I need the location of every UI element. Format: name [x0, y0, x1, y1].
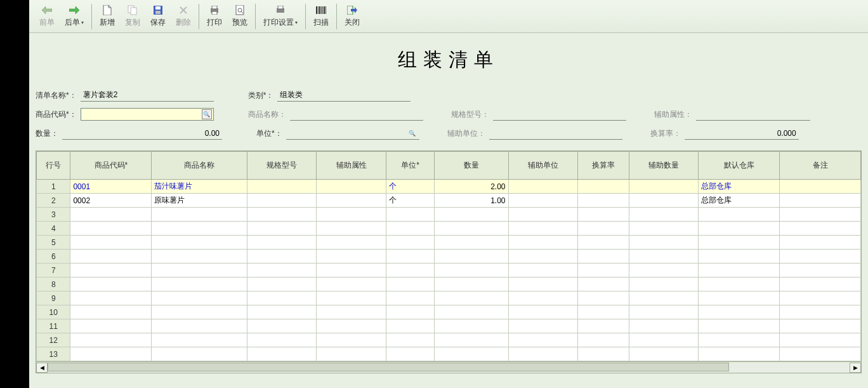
table-cell[interactable] [577, 222, 629, 236]
table-cell[interactable] [508, 291, 577, 305]
table-cell[interactable] [629, 208, 699, 222]
table-cell[interactable] [699, 278, 780, 291]
table-cell[interactable] [780, 194, 861, 208]
scroll-left-button[interactable]: ◀ [36, 363, 48, 373]
table-cell[interactable] [508, 194, 577, 208]
table-cell[interactable] [386, 264, 435, 278]
table-cell[interactable] [508, 208, 577, 222]
table-cell[interactable] [152, 222, 247, 236]
table-cell[interactable] [386, 236, 435, 250]
table-cell[interactable] [629, 250, 699, 264]
product-code-field[interactable]: 🔍 [81, 108, 214, 121]
table-cell[interactable] [699, 291, 780, 305]
table-cell[interactable] [317, 222, 386, 236]
print-button[interactable]: 打印 [202, 3, 227, 30]
col-aux-qty[interactable]: 辅助数量 [629, 152, 699, 180]
add-button[interactable]: 新增 [95, 3, 120, 30]
table-cell[interactable] [780, 319, 861, 333]
table-cell[interactable] [317, 333, 386, 347]
table-cell[interactable] [577, 264, 629, 278]
table-cell[interactable] [699, 208, 780, 222]
table-cell[interactable] [577, 194, 629, 208]
table-cell[interactable] [247, 250, 317, 264]
table-cell[interactable] [629, 180, 699, 194]
table-cell[interactable] [247, 305, 317, 319]
table-cell[interactable] [152, 208, 247, 222]
table-cell[interactable] [629, 305, 699, 319]
table-cell[interactable] [435, 250, 508, 264]
table-cell[interactable]: 个 [386, 180, 435, 194]
unit-field[interactable]: 🔍 [286, 127, 419, 140]
table-cell[interactable] [70, 222, 152, 236]
table-cell[interactable] [70, 319, 152, 333]
table-cell[interactable] [317, 250, 386, 264]
save-button[interactable]: 保存 [145, 3, 171, 30]
col-spec[interactable]: 规格型号 [247, 152, 317, 180]
horizontal-scrollbar[interactable]: ◀ ▶ [36, 361, 861, 373]
table-row[interactable]: 12 [37, 333, 861, 347]
table-cell[interactable] [317, 305, 386, 319]
table-cell[interactable] [435, 222, 508, 236]
table-cell[interactable]: 总部仓库 [699, 194, 780, 208]
table-cell[interactable] [152, 264, 247, 278]
table-cell[interactable] [70, 291, 152, 305]
table-cell[interactable] [780, 305, 861, 319]
table-cell[interactable] [577, 278, 629, 291]
table-cell[interactable] [508, 250, 577, 264]
delete-button[interactable]: 删除 [171, 3, 196, 30]
table-cell[interactable] [317, 278, 386, 291]
table-cell[interactable] [577, 291, 629, 305]
table-cell[interactable]: 6 [37, 250, 70, 264]
category-field[interactable]: 组装类 [277, 89, 411, 102]
table-cell[interactable]: 0001 [70, 180, 152, 194]
table-cell[interactable] [317, 291, 386, 305]
table-cell[interactable] [386, 319, 435, 333]
table-cell[interactable] [629, 236, 699, 250]
scan-button[interactable]: 扫描 [308, 3, 334, 30]
col-warehouse[interactable]: 默认仓库 [699, 152, 780, 180]
col-unit[interactable]: 单位* [386, 152, 435, 180]
table-cell[interactable] [780, 250, 861, 264]
col-rownum[interactable]: 行号 [37, 152, 70, 180]
table-cell[interactable] [629, 291, 699, 305]
next-button[interactable]: 后单▾ [60, 3, 89, 30]
table-cell[interactable] [435, 291, 508, 305]
table-cell[interactable] [435, 305, 508, 319]
table-cell[interactable] [152, 319, 247, 333]
table-cell[interactable]: 2 [37, 194, 70, 208]
table-cell[interactable] [577, 250, 629, 264]
table-cell[interactable] [247, 264, 317, 278]
table-cell[interactable] [152, 291, 247, 305]
table-cell[interactable] [435, 236, 508, 250]
table-cell[interactable] [629, 264, 699, 278]
table-row[interactable]: 10 [37, 305, 861, 319]
table-cell[interactable] [386, 305, 435, 319]
table-cell[interactable] [435, 208, 508, 222]
col-rate[interactable]: 换算率 [577, 152, 629, 180]
close-button[interactable]: 关闭 [339, 3, 365, 30]
col-qty[interactable]: 数量 [435, 152, 508, 180]
table-cell[interactable] [152, 347, 247, 361]
table-cell[interactable] [152, 250, 247, 264]
col-aux-unit[interactable]: 辅助单位 [508, 152, 577, 180]
table-cell[interactable] [780, 222, 861, 236]
table-cell[interactable] [386, 333, 435, 347]
table-cell[interactable] [247, 222, 317, 236]
table-cell[interactable] [508, 180, 577, 194]
table-row[interactable]: 8 [37, 278, 861, 291]
table-row[interactable]: 7 [37, 264, 861, 278]
table-cell[interactable] [152, 278, 247, 291]
table-cell[interactable] [317, 236, 386, 250]
col-name[interactable]: 商品名称 [152, 152, 247, 180]
table-cell[interactable] [629, 222, 699, 236]
table-row[interactable]: 3 [37, 208, 861, 222]
table-cell[interactable] [247, 208, 317, 222]
table-cell[interactable] [780, 291, 861, 305]
table-cell[interactable] [435, 347, 508, 361]
table-cell[interactable] [386, 291, 435, 305]
table-cell[interactable] [152, 305, 247, 319]
table-cell[interactable] [247, 347, 317, 361]
table-row[interactable]: 13 [37, 347, 861, 361]
scroll-right-button[interactable]: ▶ [850, 363, 861, 373]
table-cell[interactable] [780, 180, 861, 194]
